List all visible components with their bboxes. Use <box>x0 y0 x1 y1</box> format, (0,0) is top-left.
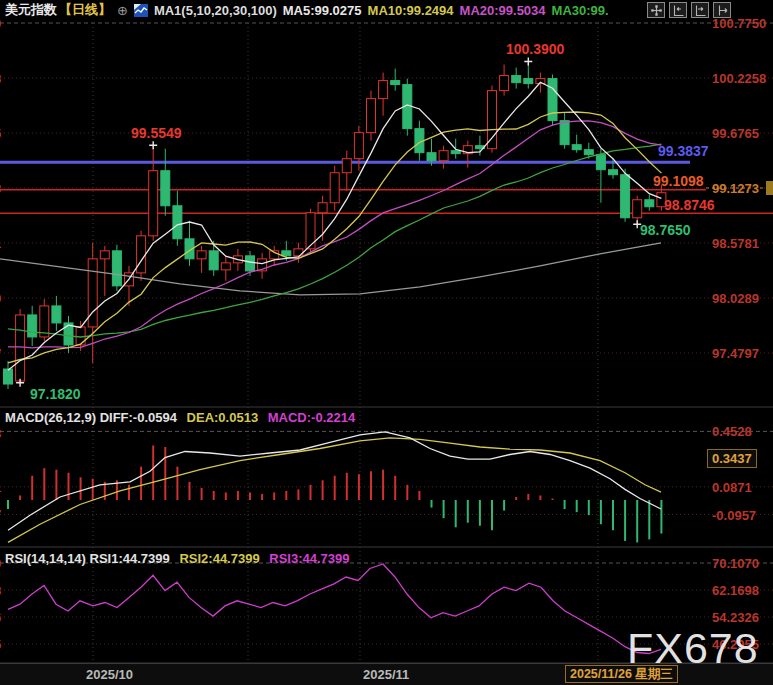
candle-body <box>439 151 448 161</box>
candle-body <box>524 79 533 84</box>
time-axis-label-nov: 2025/11 <box>363 667 409 682</box>
hline-blue-label: 99.3837 <box>658 144 709 158</box>
candle-body <box>609 170 618 175</box>
rsi-line <box>8 564 661 654</box>
candle-body <box>100 251 109 259</box>
clipped-left-axis-digit: 3 <box>0 181 1 196</box>
candle-body <box>633 200 642 218</box>
low-marker-label-oct: 97.1820 <box>30 387 81 401</box>
candle-body <box>391 81 400 85</box>
candle-body <box>137 236 146 273</box>
time-axis-label-oct: 2025/10 <box>86 667 133 682</box>
price-axis-label: 98.5781 <box>712 236 759 251</box>
chart-toolbar <box>647 2 731 18</box>
candle-body <box>161 171 170 206</box>
ma30-value: MA30:99. <box>552 3 609 18</box>
candle-body <box>512 76 521 83</box>
rsi-axis-label: 70.1070 <box>712 556 759 571</box>
candle-body <box>76 327 85 345</box>
compress-axis-right-icon[interactable] <box>691 2 709 18</box>
candle-body <box>149 171 158 236</box>
candle-body <box>221 263 230 270</box>
candle-body <box>173 206 182 239</box>
shift-right-icon[interactable] <box>713 2 731 18</box>
clipped-left-axis-digit: 5 <box>0 126 1 141</box>
candle-body <box>306 213 315 249</box>
period-label: 【日线】 <box>59 1 111 19</box>
high-marker-label-nov: 100.3900 <box>506 42 564 56</box>
watermark-logo: FX678 <box>627 626 759 670</box>
ma10-line <box>8 112 661 363</box>
ma10-value: MA10:99.2494 <box>368 3 454 18</box>
rsi-header: RSI(14,14,14) RSI1:44.7399 RSI2:44.7399 … <box>5 551 350 566</box>
rsi2-value: RSI2:44.7399 <box>179 551 259 566</box>
ma-group-label: MA1(5,10,20,30,100) <box>154 3 277 18</box>
candle-body <box>427 153 436 161</box>
clipped-left-axis-digit: 1 <box>0 480 1 495</box>
candle-body <box>28 315 37 337</box>
hline-low-label: 98.8746 <box>664 198 715 212</box>
ma20-value: MA20:99.5034 <box>460 3 546 18</box>
rsi-label: RSI(14,14,14) <box>5 551 86 566</box>
candle-body <box>4 369 13 384</box>
high-marker-label-oct: 99.5549 <box>131 126 182 140</box>
price-axis-label: 98.0289 <box>712 291 759 306</box>
macd-dea-value: DEA:0.0513 <box>187 410 259 425</box>
candle-body <box>488 91 497 149</box>
candle-body <box>596 155 605 170</box>
extreme-cross-marker <box>524 58 532 66</box>
chart-type-icon[interactable] <box>134 4 148 17</box>
candle-body <box>451 151 460 154</box>
macd-diff-value: DIFF:-0.0594 <box>100 410 177 425</box>
compress-axis-left-icon[interactable] <box>669 2 687 18</box>
current-price-tag <box>766 181 773 195</box>
candle-body <box>209 251 218 270</box>
crosshair-icon[interactable] <box>647 2 665 18</box>
candle-body <box>500 76 509 91</box>
clipped-left-axis-digit: 7 <box>0 346 1 361</box>
candle-body <box>584 150 593 155</box>
candle-body <box>645 200 654 207</box>
rsi3-value: RSI3:44.7399 <box>269 551 349 566</box>
candle-body <box>112 251 121 286</box>
clipped-left-axis-digit: 7 <box>0 507 1 522</box>
candle-body <box>197 251 206 259</box>
add-indicator-icon[interactable]: ⊕ <box>117 3 128 18</box>
candle-body <box>621 175 630 218</box>
chart-app: { "header": { "symbol": "美元指数", "period"… <box>0 0 773 685</box>
ma100-line <box>0 243 661 295</box>
macd-axis-tag: 0.3437 <box>707 449 757 468</box>
clipped-left-axis-digit: 8 <box>0 71 1 86</box>
macd-axis-label: 0.4528 <box>712 424 752 439</box>
candle-body <box>342 159 351 173</box>
candle-body <box>246 256 255 271</box>
rsi-axis-label: 54.2326 <box>712 610 759 625</box>
ma5-value: MA5:99.0275 <box>283 3 362 18</box>
clipped-left-axis-digit: 9 <box>0 291 1 306</box>
price-axis-label: 100.2258 <box>712 71 766 86</box>
clipped-left-axis-digit: 6 <box>0 610 1 625</box>
ma20-line <box>8 121 661 348</box>
rsi1-value: RSI1:44.7399 <box>90 551 170 566</box>
hline-mid-label: 99.1098 <box>653 174 704 188</box>
clipped-left-axis-digit: 5 <box>0 637 1 652</box>
rsi-axis-label: 62.1698 <box>712 583 759 598</box>
candle-body <box>282 251 291 256</box>
extreme-cross-marker <box>149 141 157 149</box>
candle-body <box>16 315 25 381</box>
candle-body <box>330 173 339 203</box>
symbol-name: 美元指数 <box>5 1 57 19</box>
candle-body <box>52 306 61 323</box>
candle-body <box>354 133 363 159</box>
macd-label: MACD(26,12,9) <box>5 410 96 425</box>
chart-canvas[interactable]: 100.7750100.225899.676599.127398.578198.… <box>0 0 773 685</box>
candle-body <box>318 203 327 213</box>
candle-body <box>367 99 376 133</box>
macd-header: MACD(26,12,9) DIFF:-0.0594 DEA:0.0513 MA… <box>5 410 355 425</box>
macd-macd-value: MACD:-0.2214 <box>268 410 355 425</box>
clipped-left-axis-digit: 8 <box>0 583 1 598</box>
clipped-left-axis-digit: 8 <box>0 426 1 441</box>
candle-body <box>560 121 569 145</box>
candle-body <box>572 145 581 150</box>
low-marker-label-nov: 98.7650 <box>640 223 691 237</box>
